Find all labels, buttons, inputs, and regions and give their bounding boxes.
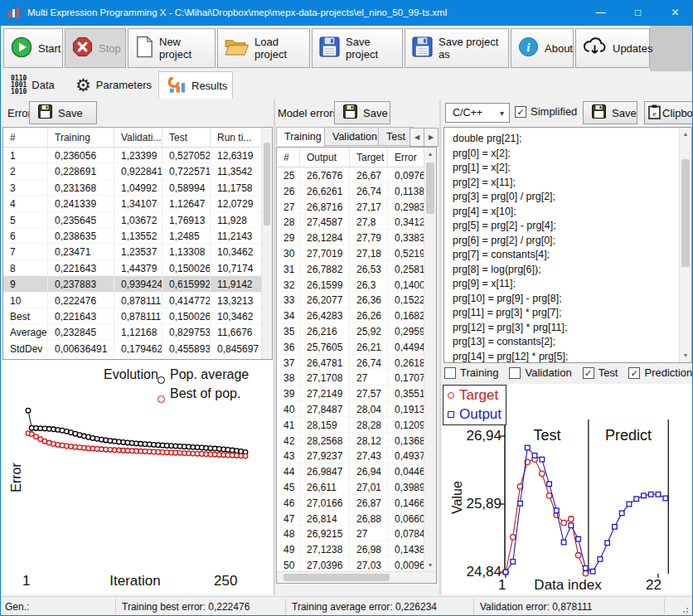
table-row[interactable]: 3927,214927,570,355103 [277, 386, 436, 401]
table-row[interactable]: 4027,848728,040,191323 [277, 401, 436, 417]
tab-scroll-right-icon[interactable]: ▶ [424, 128, 439, 147]
table-row[interactable]: 60,2386351,135521,248511,2143 [3, 228, 272, 244]
scroll-up-icon[interactable]: ▲ [424, 148, 436, 160]
table-row[interactable]: 3827,1708270,170794 [277, 370, 436, 386]
updates-button[interactable]: Updates [575, 28, 650, 68]
generated-code-area[interactable]: double prg[21];prg[0] = x[2];prg[1] = x[… [443, 127, 692, 363]
resize-grip[interactable] [682, 605, 691, 614]
model-errors-vscrollbar[interactable]: ▲ ▼ [424, 148, 436, 572]
table-row[interactable]: 2726,871627,170,298384 [277, 199, 436, 215]
table-row[interactable]: Best0,2216430,8781110,15002610,3462 [3, 308, 272, 324]
table-row[interactable]: 3526,21625,920,295984 [277, 323, 436, 339]
save-project-button[interactable]: Save project [312, 28, 403, 68]
table-row[interactable]: 2526,767626,670,097612 [277, 167, 436, 183]
table-row[interactable]: 100,2224760,8781110,41477213,3213 [3, 293, 272, 308]
start-button[interactable]: Start [3, 28, 63, 68]
model-tab-test[interactable]: Test [378, 127, 414, 146]
code-save-button[interactable]: Save [583, 101, 637, 124]
table-row[interactable]: 10,2360561,233990,52705212,6319 [3, 148, 272, 163]
tab-data[interactable]: 011010011010 Data [2, 71, 65, 99]
table-row[interactable]: 2827,458727,80,341298 [277, 214, 436, 230]
panel-splitter[interactable] [439, 99, 441, 595]
table-row[interactable]: 4927,123826,980,143835 [277, 541, 436, 557]
save-project-as-button[interactable]: Save project as [405, 28, 509, 68]
table-row[interactable]: 2626,626126,740,113891 [277, 183, 436, 199]
table-row[interactable]: Average0,2328451,121680,82975311,6676 [3, 324, 272, 340]
code-line: prg[11] = prg[3] * prg[7]; [453, 306, 678, 321]
table-row[interactable]: 4228,256828,120,136832 [277, 433, 436, 449]
column-header[interactable]: Output [300, 148, 350, 167]
table-row[interactable]: 5027,039627,030,009634 [277, 557, 436, 573]
scroll-up-icon[interactable]: ▲ [680, 129, 691, 140]
error-save-button[interactable]: Save [29, 101, 97, 124]
panel-splitter[interactable] [274, 99, 275, 595]
scrollbar-thumb[interactable] [426, 162, 434, 214]
save-floppy-icon [38, 104, 52, 121]
about-button[interactable]: i About [511, 28, 574, 68]
table-row[interactable]: 3625,760526,210,449498 [277, 339, 436, 355]
language-select[interactable]: C/C++ ▾ [445, 103, 510, 123]
table-row[interactable]: 4426,984726,940,044650 [277, 463, 436, 479]
scrollbar-thumb[interactable] [681, 159, 690, 267]
minimize-button[interactable]: — [582, 1, 619, 24]
table-row[interactable]: 4826,9215270,078470 [277, 526, 436, 541]
column-header[interactable]: Run ti... [211, 128, 264, 147]
model-errors-save-button[interactable]: Save [334, 101, 390, 124]
table-row[interactable]: 50,2356451,036721,7691311,928 [3, 212, 272, 228]
column-header[interactable]: Error [388, 148, 426, 167]
plot-checkbox-training[interactable]: Training [444, 366, 498, 379]
column-header[interactable]: # [3, 128, 48, 147]
table-row[interactable]: 80,2216431,443790,15002610,7174 [3, 260, 272, 276]
tab-results[interactable]: Results [158, 71, 233, 99]
model-tab-training[interactable]: Training [276, 127, 330, 146]
scroll-down-icon[interactable]: ▼ [424, 560, 436, 571]
table-row[interactable]: 30,2313681,049920,5899411,1758 [3, 180, 272, 196]
tab-parameters[interactable]: ⚙ Parameters [67, 71, 158, 99]
table-row[interactable]: 3426,428326,260,168276 [277, 308, 436, 323]
table-row[interactable]: 4526,61127,010,398998 [277, 479, 436, 495]
table-cell: 11,1758 [211, 180, 264, 196]
column-header[interactable]: Validati... [114, 128, 162, 147]
column-header[interactable]: # [277, 148, 300, 167]
new-project-button[interactable]: New project [128, 28, 216, 68]
table-row[interactable]: 90,2378830,9394240,61599211,9142 [3, 276, 272, 292]
column-header[interactable]: Target [350, 148, 388, 167]
plot-checkbox-predictions[interactable]: ✓Predictions [628, 366, 693, 379]
table-cell: 0,241339 [48, 196, 114, 211]
column-header[interactable]: Training [48, 128, 114, 147]
table-cell: 1,76913 [162, 212, 211, 228]
table-row[interactable]: 3126,788226,530,258182 [277, 261, 436, 277]
table-row[interactable]: StdDev0,006364910,1794620,4558930,845697 [3, 341, 272, 357]
simplified-checkbox[interactable]: ✓ Simplified [515, 105, 577, 118]
plot-checkbox-test[interactable]: ✓Test [583, 366, 618, 379]
table-row[interactable]: 2928,128427,790,338365 [277, 230, 436, 245]
load-project-button[interactable]: Load project [217, 28, 310, 68]
model-errors-hscrollbar[interactable] [277, 571, 437, 583]
runs-table-scrollbar[interactable] [261, 128, 272, 359]
table-row[interactable]: 20,2286910,9228410,72257111,3542 [3, 163, 272, 179]
table-cell: 0,168276 [388, 308, 426, 323]
scrollbar-thumb[interactable] [264, 143, 270, 226]
model-tab-validation[interactable]: Validation [324, 127, 385, 146]
table-cell: 0,258182 [388, 261, 426, 277]
checkbox-box [509, 367, 521, 379]
table-row[interactable]: 70,234711,235371,1330810,3462 [3, 244, 272, 259]
table-row[interactable]: 3027,701927,180,521945 [277, 245, 436, 261]
plot-checkbox-validation[interactable]: Validation [509, 366, 571, 379]
tab-scroll-left-icon[interactable]: ◀ [410, 128, 424, 147]
close-button[interactable]: ✕ [657, 1, 693, 24]
table-row[interactable]: 40,2413391,341071,1264712,0729 [3, 196, 272, 211]
column-header[interactable]: Test [162, 128, 211, 147]
table-row[interactable]: 4128,15928,280,120951 [277, 417, 436, 433]
table-row[interactable]: 3326,207726,360,152287 [277, 292, 436, 308]
clipboard-button[interactable]: e Clipboard [644, 101, 693, 124]
table-row[interactable]: 3226,159926,30,140062 [277, 277, 436, 293]
maximize-button[interactable]: □ [619, 1, 657, 24]
scroll-down-icon[interactable]: ▼ [680, 350, 691, 361]
table-row[interactable]: 4627,016626,870,146609 [277, 495, 436, 511]
scrollbar-thumb[interactable] [284, 574, 390, 581]
table-row[interactable]: 3726,478126,740,261882 [277, 355, 436, 371]
table-row[interactable]: 4726,81426,880,066008 [277, 511, 436, 526]
code-vscrollbar[interactable]: ▲ ▼ [679, 128, 691, 362]
table-row[interactable]: 4327,923727,430,493738 [277, 448, 436, 463]
